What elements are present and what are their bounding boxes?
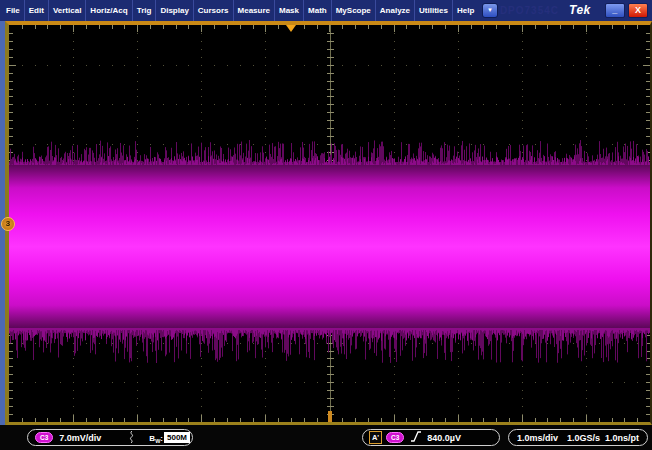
trigger-level: 840.0µV <box>427 433 461 443</box>
menu-overflow-button[interactable]: ▼ <box>482 3 498 18</box>
timebase-scale: 1.0ms/div <box>517 433 558 443</box>
model-label: DPO7354C <box>500 0 559 21</box>
oscilloscope-window: File Edit Vertical Horiz/Acq Trig Displa… <box>0 0 652 450</box>
menu-horiz-acq[interactable]: Horiz/Acq <box>86 0 132 21</box>
status-bar: C3 7.0mV/div B W : 500M A' C3 840 <box>0 425 652 450</box>
tek-logo: Tek <box>569 0 591 21</box>
menu-display[interactable]: Display <box>156 0 193 21</box>
graticule-frame <box>5 21 652 425</box>
bandwidth-value: 500M <box>164 432 190 443</box>
trigger-position-marker[interactable] <box>286 25 296 32</box>
chevron-down-icon: ▼ <box>487 7 493 13</box>
trigger-channel-badge: C3 <box>386 432 404 443</box>
menu-file[interactable]: File <box>0 0 25 21</box>
record-resolution: 1.0ns/pt <box>605 433 639 443</box>
menu-measure[interactable]: Measure <box>234 0 275 21</box>
channel-badge: C3 <box>35 432 53 443</box>
menu-help[interactable]: Help <box>453 0 478 21</box>
bandwidth-separator: : <box>160 434 163 443</box>
sample-rate: 1.0GS/s <box>567 433 600 443</box>
menu-vertical[interactable]: Vertical <box>49 0 86 21</box>
rising-edge-icon <box>410 430 422 445</box>
menu-utilities[interactable]: Utilities <box>415 0 453 21</box>
trigger-readout[interactable]: A' C3 840.0µV <box>362 429 500 446</box>
close-button[interactable]: X <box>628 3 648 18</box>
menu-analyze[interactable]: Analyze <box>376 0 415 21</box>
channel-3-position-marker[interactable]: 3 <box>1 217 15 231</box>
menu-bar: File Edit Vertical Horiz/Acq Trig Displa… <box>0 0 652 21</box>
channel-scale: 7.0mV/div <box>59 433 101 443</box>
menu-mask[interactable]: Mask <box>275 0 304 21</box>
menu-myscope[interactable]: MyScope <box>332 0 376 21</box>
menu-edit[interactable]: Edit <box>25 0 49 21</box>
trigger-source-badge: A' <box>369 431 382 444</box>
bandwidth-readout: B W : 500M <box>149 432 190 443</box>
channel-readout[interactable]: C3 7.0mV/div B W : 500M <box>27 429 193 446</box>
timebase-readout[interactable]: 1.0ms/div 1.0GS/s 1.0ns/pt <box>508 429 648 446</box>
menu-cursors[interactable]: Cursors <box>194 0 234 21</box>
menu-trig[interactable]: Trig <box>133 0 157 21</box>
coupling-icon <box>127 430 135 446</box>
minimize-button[interactable]: _ <box>605 3 625 18</box>
waveform-display[interactable] <box>9 25 650 422</box>
menu-math[interactable]: Math <box>304 0 332 21</box>
